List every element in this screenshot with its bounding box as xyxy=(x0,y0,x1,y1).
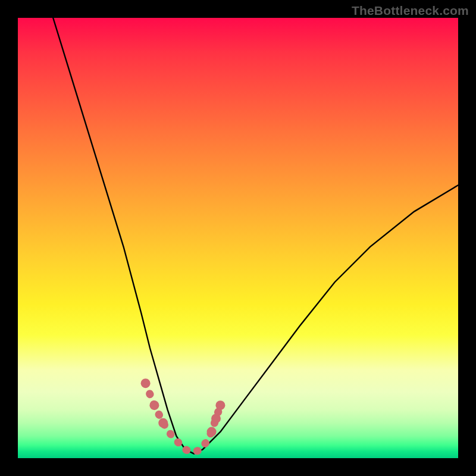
target-band-dot xyxy=(211,414,221,423)
target-band-dot xyxy=(158,418,168,428)
target-band xyxy=(146,383,221,452)
chart-frame: TheBottleneck.com xyxy=(0,0,476,476)
target-band-dot xyxy=(215,400,225,410)
target-band-dot xyxy=(141,378,151,388)
bottleneck-curve xyxy=(53,18,458,454)
target-band-dot xyxy=(149,400,159,410)
target-band-dot xyxy=(207,427,217,437)
plot-svg xyxy=(18,18,458,458)
plot-area xyxy=(18,18,458,458)
target-band-dots xyxy=(141,378,226,436)
watermark-text: TheBottleneck.com xyxy=(352,4,469,18)
